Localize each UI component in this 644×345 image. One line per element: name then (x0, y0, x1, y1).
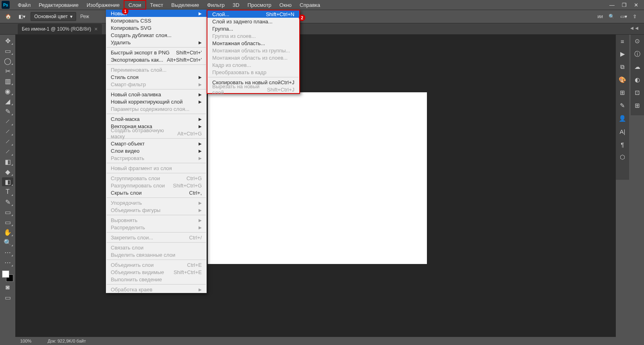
right-panel-icon-a0[interactable]: ≡ (619, 37, 627, 45)
tool-10[interactable]: ⟋ (2, 137, 13, 146)
menu-справка[interactable]: Справка (296, 0, 324, 10)
tool-13[interactable]: ◆ (2, 167, 13, 176)
tool-18[interactable]: ▭ (2, 218, 13, 227)
menubar: Ps ФайлРедактированиеИзображениеСлоиТекс… (0, 0, 644, 10)
menu-item-экспортировать-как-[interactable]: Экспортировать как...Alt+Shift+Ctrl+' (106, 56, 207, 63)
right-panel-icon-b2[interactable]: ☁ (634, 63, 642, 71)
menu-item-стиль-слоя[interactable]: Стиль слоя▶ (106, 73, 207, 81)
tool-22[interactable]: ⋯ (2, 258, 13, 267)
restore-icon[interactable]: ❐ (622, 2, 627, 8)
menu-3d[interactable]: 3D (229, 0, 244, 10)
bucket-tool-indicator[interactable]: ◧▾ (17, 12, 27, 21)
right-panel-icon-a2[interactable]: ⧉ (619, 63, 627, 71)
menu-item-скрыть-слои[interactable]: Скрыть слоиCtrl+, (106, 189, 207, 196)
document-canvas[interactable] (208, 92, 427, 264)
color-swatch[interactable] (2, 270, 13, 282)
right-panel-icon-a4[interactable]: ⊞ (619, 89, 627, 97)
menu-item-быстрый-экспорт-в-png[interactable]: Быстрый экспорт в PNGShift+Ctrl+' (106, 49, 207, 56)
right-panel-icon-a6[interactable]: 👤 (619, 114, 627, 123)
menu-item-объединить-фигуры: Объединить фигуры▶ (106, 206, 207, 214)
zoom-level[interactable]: 100% (20, 339, 31, 343)
workspace-icon[interactable]: ▭▾ (620, 14, 627, 19)
menu-выделение[interactable]: Выделение (167, 0, 203, 10)
menu-item-слой-маска[interactable]: Слой-маска▶ (106, 115, 207, 123)
right-panel-icon-a8[interactable]: ¶ (619, 140, 627, 148)
tool-16[interactable]: ✎ (2, 197, 13, 206)
menu-item-разгруппировать-слои: Разгруппировать слоиShift+Ctrl+G (106, 182, 207, 189)
annotation-badge-1: 1 (122, 8, 128, 15)
menu-item-копировать-svg[interactable]: Копировать SVG (106, 24, 207, 31)
menu-item-выровнять: Выровнять▶ (106, 216, 207, 224)
collapse-panels-icon[interactable]: ◀◀ (630, 26, 640, 30)
tool-19[interactable]: ✋ (2, 228, 13, 237)
share-icon[interactable]: ⇪ (633, 14, 637, 19)
menu-item-упорядочить: Упорядочить▶ (106, 199, 207, 206)
menu-item-слой-из-заднего-плана-[interactable]: Слой из заднего плана... (207, 18, 299, 25)
right-panel-icon-b0[interactable]: ⊙ (634, 37, 642, 45)
layers-menu-dropdown: Новый▶Копировать CSSКопировать SVGСоздат… (106, 10, 207, 293)
menu-редактирование[interactable]: Редактирование (35, 0, 83, 10)
tool-8[interactable]: ⟋ (2, 117, 13, 126)
right-panel-icon-a9[interactable]: ⬡ (619, 153, 627, 161)
menu-просмотр[interactable]: Просмотр (243, 0, 275, 10)
menu-item-смарт-фильтр: Смарт-фильтр▶ (106, 81, 207, 88)
close-icon[interactable]: ✕ (634, 2, 638, 8)
menu-окно[interactable]: Окно (275, 0, 296, 10)
right-panel-icon-b3[interactable]: ◐ (634, 76, 642, 84)
screen-mode-button[interactable]: ▭ (2, 293, 13, 302)
close-tab-icon[interactable]: × (94, 26, 97, 32)
tool-15[interactable]: T (2, 187, 13, 196)
tool-4[interactable]: ▥ (2, 77, 13, 85)
tool-5[interactable]: ◉ (2, 87, 13, 96)
home-button[interactable]: 🏠 (3, 12, 13, 21)
menu-item-новый-слой-заливка[interactable]: Новый слой-заливка▶ (106, 91, 207, 98)
tool-9[interactable]: ⟋ (2, 127, 13, 136)
tool-2[interactable]: ◯ (2, 56, 13, 65)
menu-item-новый[interactable]: Новый▶ (106, 10, 207, 17)
search-icon[interactable]: 🔍 (609, 14, 615, 19)
tool-12[interactable]: ◧ (2, 157, 13, 166)
tool-21[interactable]: ⋯ (2, 248, 13, 257)
menu-item-копировать-css[interactable]: Копировать CSS (106, 17, 207, 24)
document-tab[interactable]: Без имени-1 @ 100% (RGB/8#) × (18, 24, 102, 34)
fill-source-dropdown[interactable]: Основной цвет▾ (31, 12, 76, 21)
menu-item-растрировать: Растрировать▶ (106, 154, 207, 162)
tool-14[interactable]: ◧ (2, 177, 13, 186)
tool-7[interactable]: ✎ (2, 107, 13, 116)
menu-фильтр[interactable]: Фильтр (203, 0, 229, 10)
menu-item-слой-[interactable]: Слой...Shift+Ctrl+N (207, 10, 299, 18)
menu-item-монтажная-область-[interactable]: Монтажная область... (207, 39, 299, 47)
tool-11[interactable]: ⟋ (2, 147, 13, 156)
quick-mask-button[interactable]: ◙ (2, 283, 13, 292)
minimize-icon[interactable]: — (609, 2, 615, 8)
right-panel-icon-a7[interactable]: A| (619, 127, 627, 135)
menu-item-преобразовать-в-кадр: Преобразовать в кадр (207, 69, 299, 76)
right-panel-icon-a5[interactable]: ✎ (619, 102, 627, 110)
tool-6[interactable]: ◢ (2, 97, 13, 106)
tool-3[interactable]: ✂ (2, 67, 13, 75)
tool-17[interactable]: ▭ (2, 208, 13, 216)
menu-файл[interactable]: Файл (14, 0, 35, 10)
right-panel-icon-a3[interactable]: 🎨 (619, 76, 627, 84)
menu-item-переименовать-слой-: Переименовать слой... (106, 66, 207, 73)
menu-item-группа-из-слоев-: Группа из слоев... (207, 32, 299, 39)
menu-item-смарт-объект[interactable]: Смарт-объект▶ (106, 140, 207, 147)
document-size[interactable]: Док: 922,9K/0 байт (48, 339, 86, 343)
menu-изображение[interactable]: Изображение (83, 0, 124, 10)
right-panel-icon-b5[interactable]: ⊞ (634, 102, 642, 110)
tool-1[interactable]: ▭ (2, 46, 13, 55)
right-panel-icon-b4[interactable]: ⊡ (634, 89, 642, 97)
tool-20[interactable]: 🔍 (2, 238, 13, 247)
app-logo: Ps (2, 1, 10, 9)
right-panel-icon-a1[interactable]: ▶ (619, 50, 627, 58)
right-panel-icon-b1[interactable]: ⓘ (634, 50, 642, 58)
menu-item-создать-дубликат-слоя-[interactable]: Создать дубликат слоя... (106, 31, 207, 39)
menu-item-удалить[interactable]: Удалить▶ (106, 39, 207, 46)
menu-текст[interactable]: Текст (146, 0, 168, 10)
menu-item-вырезать-на-новый-слой: Вырезать на новый слойShift+Ctrl+J (207, 86, 299, 93)
tool-0[interactable]: ✥ (2, 36, 13, 45)
menu-item-слои-видео[interactable]: Слои видео▶ (106, 147, 207, 154)
menu-item-новый-корректирующий-слой[interactable]: Новый корректирующий слой▶ (106, 98, 207, 105)
menu-item-группа-[interactable]: Группа... (207, 25, 299, 32)
options-bar: 🏠 ◧▾ Основной цвет▾ Реж ии 🔍 ▭▾ ⇪ (0, 10, 644, 23)
